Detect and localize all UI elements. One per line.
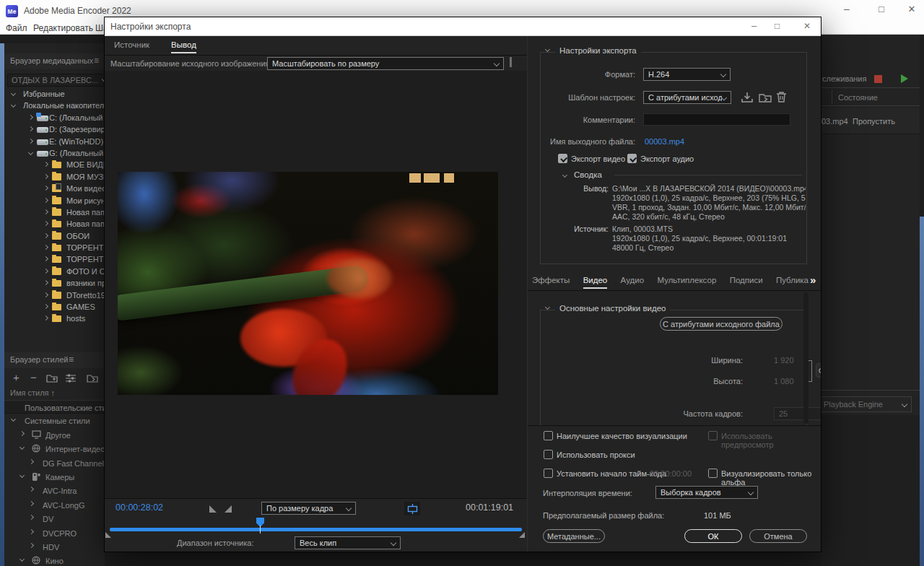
chevron-right-icon[interactable]: [43, 186, 48, 191]
close-icon[interactable]: ✕: [803, 21, 811, 31]
tree-item[interactable]: ФОТО И ОБ: [4, 266, 105, 277]
chevron-right-icon[interactable]: [43, 174, 48, 179]
maximize-icon[interactable]: □: [775, 21, 780, 31]
tree-item[interactable]: Новая папк: [4, 206, 105, 218]
chevron-right-icon[interactable]: [43, 292, 48, 297]
format-dropdown[interactable]: H.264: [643, 68, 731, 81]
chevron-right-icon[interactable]: [28, 126, 33, 131]
use-preview-checkbox[interactable]: [708, 431, 718, 440]
duplicate-folder-icon[interactable]: [87, 373, 98, 383]
tree-item[interactable]: ОБОИ: [4, 230, 105, 242]
tree-item[interactable]: E: (WinToHDD): [4, 136, 105, 147]
chevron-right-icon[interactable]: [43, 315, 48, 321]
tree-item[interactable]: GAMES: [4, 301, 105, 313]
dialog-titlebar[interactable]: Настройки экспорта – □ ✕: [105, 17, 821, 36]
chevron-down-icon[interactable]: [19, 557, 25, 562]
chevron-down-icon[interactable]: [28, 150, 33, 155]
set-start-timecode-checkbox[interactable]: [544, 469, 553, 478]
list-item[interactable]: DV: [4, 512, 105, 526]
export-audio-checkbox[interactable]: [627, 154, 637, 163]
settings-sliders-icon[interactable]: [65, 373, 77, 383]
tab-эффекты[interactable]: Эффекты: [532, 276, 570, 284]
chevron-right-icon[interactable]: [43, 197, 48, 202]
playback-engine-dropdown[interactable]: Playback Engine: [821, 396, 912, 412]
chevron-down-icon[interactable]: [545, 47, 550, 52]
styles-band-row[interactable]: Пользовательские стили: [4, 400, 105, 414]
chevron-right-icon[interactable]: [29, 528, 34, 534]
minimize-icon[interactable]: –: [836, 3, 858, 19]
match-source-button[interactable]: С атрибутами исходного файла: [660, 317, 783, 331]
preset-dropdown[interactable]: С атрибутами исход...: [643, 91, 731, 104]
panel-menu-icon[interactable]: ≡: [94, 56, 99, 66]
delete-preset-icon[interactable]: [776, 91, 787, 103]
tab-аудио[interactable]: Аудио: [621, 276, 644, 284]
time-interpolation-dropdown[interactable]: Выборка кадров: [655, 486, 758, 499]
style-column-header[interactable]: Имя стиля ↑: [10, 388, 55, 397]
maximize-icon[interactable]: □: [871, 4, 892, 19]
tab-подписи[interactable]: Подписи: [730, 276, 763, 284]
chevron-right-icon[interactable]: [43, 233, 48, 238]
menu-edit[interactable]: Редактировать: [33, 23, 93, 33]
metadata-button[interactable]: Метаданные...: [543, 529, 605, 543]
settings-scrollbar[interactable]: [803, 292, 808, 424]
status-column-header[interactable]: Состояние: [838, 93, 878, 102]
link-dimensions-button[interactable]: [816, 363, 821, 378]
use-proxy-checkbox[interactable]: [544, 450, 553, 459]
chevron-right-icon[interactable]: [43, 304, 48, 309]
style-browser-header[interactable]: Браузер стилей ≡: [4, 352, 105, 368]
list-item[interactable]: HDV: [4, 540, 105, 554]
tree-item[interactable]: Мои видеоз: [4, 183, 105, 194]
chevron-down-icon[interactable]: [19, 445, 25, 450]
chevron-right-icon[interactable]: [43, 280, 48, 285]
chevron-down-icon[interactable]: [11, 91, 16, 96]
list-item[interactable]: DG Fast Channel: [4, 456, 105, 470]
source-range-dropdown[interactable]: Весь клип: [295, 536, 401, 549]
chevron-right-icon[interactable]: [28, 115, 33, 120]
panel-menu-icon[interactable]: ≡: [69, 354, 74, 365]
list-item[interactable]: Кино: [4, 554, 105, 566]
queue-row[interactable]: 03.mp4 Пропустить: [821, 108, 920, 134]
stop-icon[interactable]: [874, 75, 882, 83]
tab-source[interactable]: Источник: [114, 40, 149, 49]
scaling-dropdown[interactable]: Масштабировать по размеру: [267, 57, 504, 70]
chevron-right-icon[interactable]: [43, 209, 48, 214]
tree-item[interactable]: МОЯ МУЗЫ: [4, 171, 105, 183]
tree-item[interactable]: вязники при: [4, 277, 105, 289]
chevron-right-icon[interactable]: [29, 459, 34, 464]
add-icon[interactable]: +: [13, 371, 19, 383]
tree-item[interactable]: ТОРРЕНТЫ: [4, 253, 105, 265]
list-item[interactable]: AVC-LongG: [4, 498, 105, 512]
list-item[interactable]: AVC-Intra: [4, 484, 105, 497]
current-timecode[interactable]: 00:00:28:02: [116, 502, 163, 513]
tab-публика[interactable]: Публика: [776, 276, 808, 284]
chevron-right-icon[interactable]: [43, 162, 48, 167]
list-item[interactable]: Системные стили: [4, 414, 105, 427]
chevron-down-icon[interactable]: [545, 305, 550, 310]
minimize-icon[interactable]: –: [751, 20, 757, 31]
tree-item[interactable]: Новая папк: [4, 218, 105, 230]
tab-видео[interactable]: Видео: [583, 276, 608, 284]
tree-item[interactable]: ТОРРЕНТ ТЕ: [4, 242, 105, 253]
best-quality-checkbox[interactable]: [544, 431, 553, 440]
tree-item[interactable]: hosts: [4, 313, 105, 324]
chevron-down-icon[interactable]: [19, 473, 25, 478]
new-folder-icon[interactable]: [46, 373, 58, 383]
media-browser-header[interactable]: Браузер медиаданных ≡: [4, 53, 105, 69]
tree-item[interactable]: Локальные накопители: [4, 100, 105, 111]
chevron-right-icon[interactable]: [43, 269, 48, 274]
chevron-right-icon[interactable]: [19, 431, 25, 436]
chevron-right-icon[interactable]: [28, 139, 33, 144]
list-item[interactable]: Камеры: [4, 470, 105, 484]
import-preset-icon[interactable]: [759, 92, 772, 103]
export-video-checkbox[interactable]: [558, 154, 567, 163]
tab-overflow-icon[interactable]: »: [810, 274, 816, 286]
set-out-point-icon[interactable]: [225, 505, 232, 513]
chevron-right-icon[interactable]: [43, 221, 48, 226]
set-in-point-icon[interactable]: [209, 505, 217, 513]
fps-dropdown[interactable]: 25: [774, 407, 821, 420]
tab-мультиплексор[interactable]: Мультиплексор: [657, 276, 716, 284]
menu-file[interactable]: Файл: [6, 23, 27, 33]
range-start-marker[interactable]: [105, 532, 111, 538]
preview-scrollbar[interactable]: [510, 57, 512, 67]
tree-item[interactable]: G: (Локальный д: [4, 147, 105, 159]
